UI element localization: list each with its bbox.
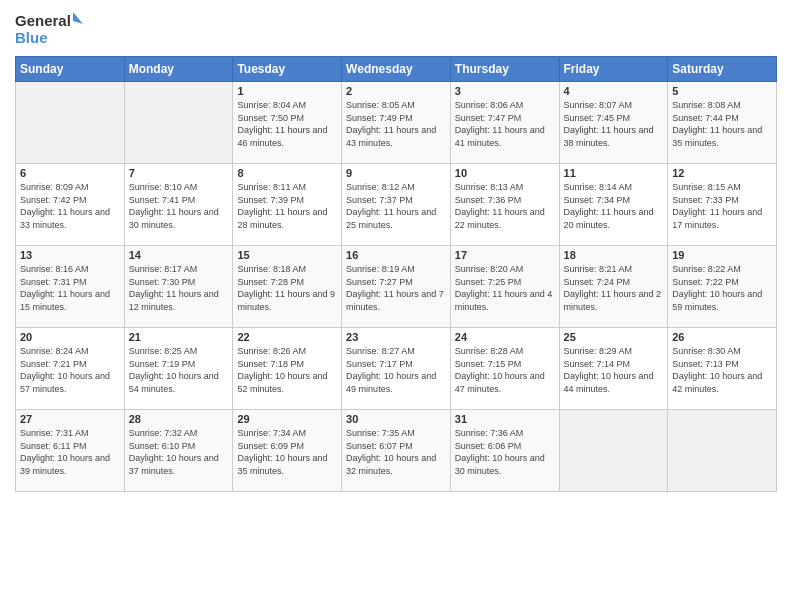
calendar-cell: 9Sunrise: 8:12 AM Sunset: 7:37 PM Daylig…: [342, 164, 451, 246]
day-number: 18: [564, 249, 664, 261]
day-info: Sunrise: 8:26 AM Sunset: 7:18 PM Dayligh…: [237, 345, 337, 395]
page-header: General Blue: [15, 10, 777, 48]
calendar-cell: 29Sunrise: 7:34 AM Sunset: 6:09 PM Dayli…: [233, 410, 342, 492]
day-number: 6: [20, 167, 120, 179]
calendar-cell: 16Sunrise: 8:19 AM Sunset: 7:27 PM Dayli…: [342, 246, 451, 328]
calendar-cell: [559, 410, 668, 492]
svg-marker-2: [73, 12, 83, 24]
calendar-cell: 8Sunrise: 8:11 AM Sunset: 7:39 PM Daylig…: [233, 164, 342, 246]
day-info: Sunrise: 8:05 AM Sunset: 7:49 PM Dayligh…: [346, 99, 446, 149]
day-info: Sunrise: 8:10 AM Sunset: 7:41 PM Dayligh…: [129, 181, 229, 231]
calendar-cell: 3Sunrise: 8:06 AM Sunset: 7:47 PM Daylig…: [450, 82, 559, 164]
calendar-cell: 26Sunrise: 8:30 AM Sunset: 7:13 PM Dayli…: [668, 328, 777, 410]
day-info: Sunrise: 8:07 AM Sunset: 7:45 PM Dayligh…: [564, 99, 664, 149]
day-number: 26: [672, 331, 772, 343]
day-info: Sunrise: 8:06 AM Sunset: 7:47 PM Dayligh…: [455, 99, 555, 149]
day-number: 9: [346, 167, 446, 179]
col-header-saturday: Saturday: [668, 57, 777, 82]
calendar-week-2: 6Sunrise: 8:09 AM Sunset: 7:42 PM Daylig…: [16, 164, 777, 246]
day-number: 29: [237, 413, 337, 425]
day-number: 28: [129, 413, 229, 425]
day-info: Sunrise: 8:30 AM Sunset: 7:13 PM Dayligh…: [672, 345, 772, 395]
day-info: Sunrise: 8:28 AM Sunset: 7:15 PM Dayligh…: [455, 345, 555, 395]
col-header-thursday: Thursday: [450, 57, 559, 82]
day-info: Sunrise: 8:11 AM Sunset: 7:39 PM Dayligh…: [237, 181, 337, 231]
calendar-cell: 17Sunrise: 8:20 AM Sunset: 7:25 PM Dayli…: [450, 246, 559, 328]
day-number: 31: [455, 413, 555, 425]
day-number: 20: [20, 331, 120, 343]
day-info: Sunrise: 8:16 AM Sunset: 7:31 PM Dayligh…: [20, 263, 120, 313]
day-number: 25: [564, 331, 664, 343]
day-number: 8: [237, 167, 337, 179]
day-number: 3: [455, 85, 555, 97]
calendar-cell: 15Sunrise: 8:18 AM Sunset: 7:28 PM Dayli…: [233, 246, 342, 328]
day-info: Sunrise: 8:24 AM Sunset: 7:21 PM Dayligh…: [20, 345, 120, 395]
day-info: Sunrise: 8:15 AM Sunset: 7:33 PM Dayligh…: [672, 181, 772, 231]
day-number: 21: [129, 331, 229, 343]
svg-text:General: General: [15, 12, 71, 29]
day-number: 17: [455, 249, 555, 261]
day-number: 24: [455, 331, 555, 343]
day-info: Sunrise: 8:09 AM Sunset: 7:42 PM Dayligh…: [20, 181, 120, 231]
calendar-cell: 2Sunrise: 8:05 AM Sunset: 7:49 PM Daylig…: [342, 82, 451, 164]
day-info: Sunrise: 7:34 AM Sunset: 6:09 PM Dayligh…: [237, 427, 337, 477]
day-number: 7: [129, 167, 229, 179]
calendar-cell: 11Sunrise: 8:14 AM Sunset: 7:34 PM Dayli…: [559, 164, 668, 246]
calendar-header-row: SundayMondayTuesdayWednesdayThursdayFrid…: [16, 57, 777, 82]
day-number: 19: [672, 249, 772, 261]
day-number: 23: [346, 331, 446, 343]
day-number: 30: [346, 413, 446, 425]
day-info: Sunrise: 7:36 AM Sunset: 6:06 PM Dayligh…: [455, 427, 555, 477]
logo: General Blue: [15, 10, 85, 48]
svg-text:Blue: Blue: [15, 29, 48, 46]
calendar-cell: 12Sunrise: 8:15 AM Sunset: 7:33 PM Dayli…: [668, 164, 777, 246]
calendar-cell: 23Sunrise: 8:27 AM Sunset: 7:17 PM Dayli…: [342, 328, 451, 410]
day-info: Sunrise: 7:35 AM Sunset: 6:07 PM Dayligh…: [346, 427, 446, 477]
calendar-cell: 4Sunrise: 8:07 AM Sunset: 7:45 PM Daylig…: [559, 82, 668, 164]
calendar-cell: 25Sunrise: 8:29 AM Sunset: 7:14 PM Dayli…: [559, 328, 668, 410]
day-info: Sunrise: 8:17 AM Sunset: 7:30 PM Dayligh…: [129, 263, 229, 313]
calendar-cell: 6Sunrise: 8:09 AM Sunset: 7:42 PM Daylig…: [16, 164, 125, 246]
calendar-cell: 14Sunrise: 8:17 AM Sunset: 7:30 PM Dayli…: [124, 246, 233, 328]
col-header-tuesday: Tuesday: [233, 57, 342, 82]
calendar-week-1: 1Sunrise: 8:04 AM Sunset: 7:50 PM Daylig…: [16, 82, 777, 164]
day-info: Sunrise: 8:22 AM Sunset: 7:22 PM Dayligh…: [672, 263, 772, 313]
col-header-wednesday: Wednesday: [342, 57, 451, 82]
col-header-sunday: Sunday: [16, 57, 125, 82]
calendar-cell: 1Sunrise: 8:04 AM Sunset: 7:50 PM Daylig…: [233, 82, 342, 164]
calendar-week-4: 20Sunrise: 8:24 AM Sunset: 7:21 PM Dayli…: [16, 328, 777, 410]
day-number: 4: [564, 85, 664, 97]
calendar-cell: [16, 82, 125, 164]
calendar-cell: 22Sunrise: 8:26 AM Sunset: 7:18 PM Dayli…: [233, 328, 342, 410]
day-number: 11: [564, 167, 664, 179]
calendar-cell: [124, 82, 233, 164]
day-info: Sunrise: 7:32 AM Sunset: 6:10 PM Dayligh…: [129, 427, 229, 477]
logo-icon: General Blue: [15, 10, 85, 48]
day-number: 13: [20, 249, 120, 261]
day-number: 10: [455, 167, 555, 179]
day-number: 5: [672, 85, 772, 97]
calendar-week-3: 13Sunrise: 8:16 AM Sunset: 7:31 PM Dayli…: [16, 246, 777, 328]
calendar-cell: 13Sunrise: 8:16 AM Sunset: 7:31 PM Dayli…: [16, 246, 125, 328]
day-number: 27: [20, 413, 120, 425]
calendar-cell: 20Sunrise: 8:24 AM Sunset: 7:21 PM Dayli…: [16, 328, 125, 410]
calendar-cell: 28Sunrise: 7:32 AM Sunset: 6:10 PM Dayli…: [124, 410, 233, 492]
day-info: Sunrise: 8:12 AM Sunset: 7:37 PM Dayligh…: [346, 181, 446, 231]
calendar-cell: 24Sunrise: 8:28 AM Sunset: 7:15 PM Dayli…: [450, 328, 559, 410]
day-number: 22: [237, 331, 337, 343]
day-info: Sunrise: 8:14 AM Sunset: 7:34 PM Dayligh…: [564, 181, 664, 231]
calendar-cell: 7Sunrise: 8:10 AM Sunset: 7:41 PM Daylig…: [124, 164, 233, 246]
day-info: Sunrise: 8:27 AM Sunset: 7:17 PM Dayligh…: [346, 345, 446, 395]
day-info: Sunrise: 8:29 AM Sunset: 7:14 PM Dayligh…: [564, 345, 664, 395]
day-info: Sunrise: 8:13 AM Sunset: 7:36 PM Dayligh…: [455, 181, 555, 231]
day-info: Sunrise: 7:31 AM Sunset: 6:11 PM Dayligh…: [20, 427, 120, 477]
calendar-cell: 10Sunrise: 8:13 AM Sunset: 7:36 PM Dayli…: [450, 164, 559, 246]
day-info: Sunrise: 8:08 AM Sunset: 7:44 PM Dayligh…: [672, 99, 772, 149]
calendar-cell: 18Sunrise: 8:21 AM Sunset: 7:24 PM Dayli…: [559, 246, 668, 328]
day-number: 16: [346, 249, 446, 261]
day-number: 1: [237, 85, 337, 97]
calendar-cell: 30Sunrise: 7:35 AM Sunset: 6:07 PM Dayli…: [342, 410, 451, 492]
calendar-cell: 19Sunrise: 8:22 AM Sunset: 7:22 PM Dayli…: [668, 246, 777, 328]
calendar-cell: 21Sunrise: 8:25 AM Sunset: 7:19 PM Dayli…: [124, 328, 233, 410]
day-info: Sunrise: 8:18 AM Sunset: 7:28 PM Dayligh…: [237, 263, 337, 313]
